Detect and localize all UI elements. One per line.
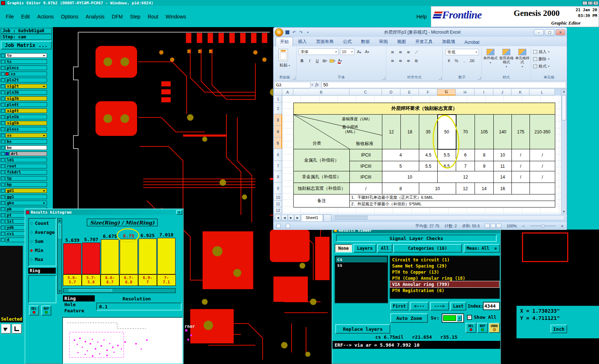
layer-chip[interactable]: bo	[5, 145, 47, 150]
stat-radio-item[interactable]: ◇ Average	[29, 228, 56, 237]
select-tool-button[interactable]	[1, 324, 11, 334]
layer-checkbox[interactable]	[1, 183, 5, 187]
meas-dropdown[interactable]: Meas: All ≡	[464, 244, 500, 253]
excel-vertical-scrollbar[interactable]: ▲▼	[561, 89, 567, 214]
layer-checkbox[interactable]	[1, 97, 5, 100]
categories-button[interactable]: Categories (16)	[393, 244, 462, 253]
column-header[interactable]: H	[456, 89, 475, 95]
data-cell[interactable]: 5.5	[438, 149, 456, 161]
histogram-bin[interactable]: 7.018 7-7.1	[157, 232, 176, 286]
row-header[interactable]: 3	[274, 114, 282, 126]
layer-chip[interactable]: bs	[5, 139, 47, 144]
layer-checkbox[interactable]	[1, 232, 5, 236]
data-cell[interactable]: 6	[456, 149, 475, 161]
font-size-select[interactable]: 10▾	[340, 48, 354, 55]
ribbon-tab[interactable]: 加载项	[438, 37, 459, 46]
filter-button[interactable]: All	[377, 244, 392, 253]
column-header[interactable]: B	[293, 89, 349, 95]
layer-chip[interactable]: tp	[5, 176, 47, 181]
dialog-launcher-icon[interactable]	[439, 77, 442, 80]
excel-minimize-icon[interactable]: –	[534, 29, 544, 35]
sheet-tab[interactable]: Sheet1	[301, 214, 323, 221]
previous-button[interactable]: <---	[410, 302, 429, 311]
ribbon-tab[interactable]: 数据	[357, 37, 374, 46]
layer-row[interactable]: sig5b	[0, 120, 53, 126]
style-button[interactable]: 套用表格格式▾	[498, 49, 514, 69]
layer-checkbox[interactable]	[1, 201, 5, 205]
close-icon[interactable]: ×	[176, 210, 182, 215]
layer-chip[interactable]: gd1 ►	[5, 188, 47, 193]
col-header-cell[interactable]: 140	[494, 115, 512, 149]
data-cell[interactable]: 5.5	[419, 161, 438, 171]
layer-item[interactable]: ss	[336, 262, 387, 268]
histogram-bin[interactable]: 6.75 6.7-6.8	[119, 233, 138, 286]
column-header[interactable]: L	[530, 89, 555, 95]
column-header[interactable]: F	[419, 89, 437, 95]
active-cell[interactable]: 50	[438, 115, 456, 149]
menu-item[interactable]: Windows	[166, 14, 186, 20]
layer-chip[interactable]: plnss	[5, 127, 47, 132]
row-header[interactable]: 4	[274, 126, 282, 137]
repair-button[interactable]: REP	[41, 305, 51, 316]
name-box[interactable]: G3	[274, 82, 310, 88]
data-cell[interactable]: 8	[475, 149, 494, 161]
replace-layers-button[interactable]: Replace layers	[335, 324, 390, 334]
layer-checkbox[interactable]	[1, 164, 5, 168]
layer-row[interactable]: ts	[0, 59, 53, 65]
row-header[interactable]: 12	[274, 207, 282, 214]
row-header[interactable]: 2	[274, 103, 282, 114]
layer-row[interactable]: sig2t ►	[0, 83, 53, 89]
layer-checkbox[interactable]	[1, 60, 5, 64]
qat-dropdown-icon[interactable]: ▾	[305, 29, 311, 35]
data-cell[interactable]	[512, 183, 530, 194]
close-icon[interactable]: ×	[593, 1, 598, 5]
layer-checkbox[interactable]	[1, 53, 5, 57]
menu-item[interactable]: Analysis	[86, 14, 105, 20]
normal-view-icon[interactable]	[485, 224, 490, 228]
layer-checkbox[interactable]	[1, 170, 5, 174]
stat-radio-item[interactable]: ◇ Count	[29, 219, 56, 228]
table-title-cell[interactable]: 外层焊环要求（蚀刻标志宽度）	[294, 103, 555, 115]
column-header[interactable]: G	[437, 89, 456, 95]
pcb-right-canvas[interactable]	[501, 230, 599, 364]
layer-chip[interactable]: drl	[9, 151, 47, 156]
row-header[interactable]: 5	[274, 137, 282, 149]
color-select-dropdown[interactable]: ▾	[442, 313, 464, 323]
layer-chip[interactable]: pln2t	[5, 78, 47, 82]
horizontal-scrollbar[interactable]	[63, 288, 176, 293]
sheet-horizontal-scrollbar[interactable]	[334, 215, 565, 220]
delete-button[interactable]: DEL	[29, 305, 39, 316]
excel-maximize-icon[interactable]: □	[545, 29, 555, 35]
dialog-launcher-icon[interactable]	[293, 77, 296, 80]
layer-row[interactable]: pln5b	[0, 114, 53, 120]
layer-chip[interactable]: pln3b	[5, 90, 47, 95]
feature-type-item[interactable]: Ring	[63, 295, 95, 301]
data-cell[interactable]: 11	[494, 161, 512, 171]
first-button[interactable]: First	[390, 302, 408, 311]
currency-icon[interactable]: ¥	[446, 57, 452, 64]
row-header[interactable]: 8	[274, 171, 282, 183]
percent-icon[interactable]: %	[453, 57, 460, 64]
row-header[interactable]: 6	[274, 149, 282, 161]
column-header[interactable]: E	[400, 89, 419, 95]
layer-row[interactable]: to ►	[0, 52, 53, 59]
row-label-cell[interactable]: 金属孔（补偿前）	[294, 149, 350, 171]
layer-chip[interactable]: to ►	[5, 53, 47, 58]
page-break-view-icon[interactable]	[496, 224, 501, 228]
layer-row[interactable]: tp	[0, 175, 53, 181]
vertical-scrollbar[interactable]: ▲▼	[57, 218, 62, 294]
layer-row[interactable]: pln4t	[0, 102, 53, 108]
layer-checkbox[interactable]	[1, 133, 5, 137]
align-left-icon[interactable]: ≡	[389, 57, 396, 64]
orientation-icon[interactable]: ⟋	[413, 49, 420, 55]
layer-row[interactable]: fzkdrl	[0, 169, 53, 175]
repair-button[interactable]: REP	[477, 323, 488, 333]
layer-checkbox[interactable]	[1, 152, 5, 156]
layer-checkbox[interactable]	[1, 84, 5, 88]
insert-sheet-tab[interactable]	[323, 214, 331, 221]
data-cell[interactable]: 5	[382, 161, 419, 171]
layer-chip[interactable]: pln5b	[5, 115, 47, 119]
data-cell[interactable]: /	[530, 171, 555, 183]
layer-checkbox[interactable]	[1, 121, 5, 125]
notes-label-cell[interactable]: 备注	[294, 194, 350, 207]
